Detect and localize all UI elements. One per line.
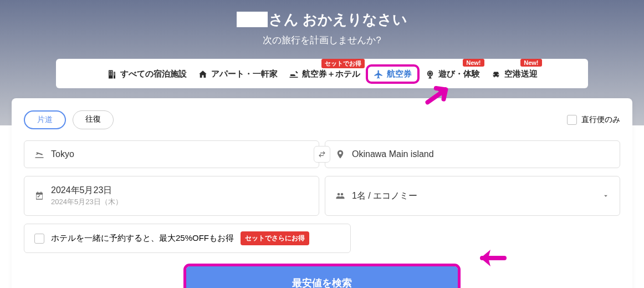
bundle-hotel-checkbox[interactable]: ホテルを一緒に予約すると、最大25%OFFもお得 セットでさらにお得 (24, 224, 351, 253)
house-icon (198, 69, 208, 79)
tab-label: 航空券＋ホテル (302, 69, 360, 79)
tab-label: アパート・一軒家 (211, 69, 278, 79)
tab-transfer[interactable]: New! 空港送迎 (485, 67, 543, 82)
tab-flights[interactable]: 航空券 (366, 64, 420, 84)
oneway-chip[interactable]: 片道 (24, 110, 66, 129)
direct-label: 直行便のみ (581, 115, 620, 125)
people-icon (335, 191, 345, 201)
trip-type-group: 片道 往復 (24, 110, 114, 129)
search-button[interactable]: 最安値を検索 (186, 266, 458, 288)
search-panel: 片道 往復 直行便のみ Tokyo Okinawa Main island 20… (12, 98, 632, 288)
roundtrip-chip[interactable]: 往復 (73, 110, 114, 129)
new-badge: New! (520, 59, 541, 67)
plane-icon (374, 69, 384, 79)
direct-only-checkbox[interactable]: 直行便のみ (567, 115, 620, 125)
hero: さん おかえりなさい 次の旅行を計画しませんか? (0, 0, 644, 59)
tab-label: 遊び・体験 (438, 69, 480, 79)
swap-icon (318, 150, 326, 158)
hero-subtitle: 次の旅行を計画しませんか? (0, 34, 644, 47)
destination-value: Okinawa Main island (352, 149, 434, 159)
tab-flight-hotel[interactable]: セットでお得 航空券＋ホテル (283, 67, 366, 82)
swap-button[interactable] (314, 146, 330, 163)
origin-field[interactable]: Tokyo (24, 140, 319, 168)
pax-value: 1名 / エコノミー (352, 190, 417, 202)
chevron-down-icon (602, 192, 610, 200)
checkbox-icon (567, 115, 577, 125)
tab-label: 空港送迎 (504, 69, 538, 79)
ferris-wheel-icon (425, 69, 435, 79)
pin-icon (335, 149, 345, 159)
name-mask (237, 12, 268, 27)
greeting: さん おかえりなさい (0, 10, 644, 29)
date-main: 2024年5月23日 (51, 185, 122, 196)
tab-label: すべての宿泊施設 (120, 69, 187, 79)
date-sub: 2024年5月23日（木） (51, 197, 122, 207)
calendar-icon (34, 191, 44, 201)
checkbox-icon (34, 234, 44, 244)
origin-value: Tokyo (51, 149, 74, 159)
bundle-badge: セットでさらにお得 (241, 231, 309, 245)
tab-homes[interactable]: アパート・一軒家 (192, 67, 283, 82)
category-tabs: すべての宿泊施設 アパート・一軒家 セットでお得 航空券＋ホテル 航空券 New… (56, 59, 588, 88)
car-icon (491, 69, 501, 79)
date-field[interactable]: 2024年5月23日 2024年5月23日（木） (24, 176, 319, 216)
bed-plane-icon (289, 69, 299, 79)
building-icon (107, 69, 117, 79)
bundle-label: ホテルを一緒に予約すると、最大25%OFFもお得 (51, 233, 234, 244)
plane-takeoff-icon (34, 149, 44, 159)
new-badge: New! (463, 59, 484, 67)
tab-activities[interactable]: New! 遊び・体験 (420, 67, 485, 82)
deal-badge: セットでお得 (321, 59, 365, 68)
passengers-field[interactable]: 1名 / エコノミー (325, 176, 620, 216)
destination-field[interactable]: Okinawa Main island (325, 140, 620, 168)
tab-accommodations[interactable]: すべての宿泊施設 (101, 67, 192, 82)
tab-label: 航空券 (387, 69, 412, 79)
